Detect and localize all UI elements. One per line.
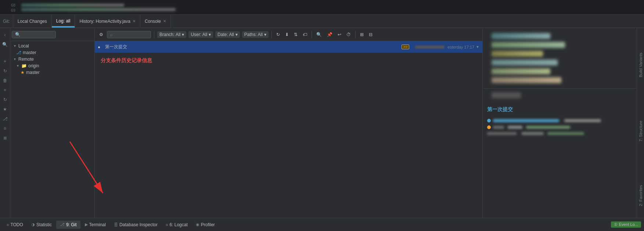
detail-top-blurred <box>483 28 637 88</box>
commit-author-1 <box>415 46 445 49</box>
grid-btn[interactable]: ⊞ <box>359 31 365 38</box>
detail-blur-3 <box>492 51 543 57</box>
delete-icon[interactable]: 🗑 <box>1 77 9 85</box>
back-button[interactable]: ‹ <box>1 31 9 39</box>
refresh-icon[interactable]: ↻ <box>1 96 9 104</box>
pin-btn[interactable]: 📌 <box>325 31 334 38</box>
annotation-text: 分支条件历史记录信息 <box>95 53 482 68</box>
undo-btn[interactable]: ↩ <box>336 31 343 38</box>
sidebar-search-input[interactable] <box>12 31 56 38</box>
divider-1 <box>154 31 154 38</box>
detail-meta-2 <box>483 124 637 131</box>
tab-log-all-label: Log: all <box>56 18 71 24</box>
todo-label: TODO <box>10 222 23 227</box>
meta-dot-2 <box>487 125 491 129</box>
commit-expand-1[interactable]: ▼ <box>476 45 479 49</box>
detail-meta-1 <box>483 117 637 124</box>
line-69: 69 <box>11 8 15 13</box>
bottom-tab-git[interactable]: ⎇ 9: Git <box>56 221 80 229</box>
z-structure-label[interactable]: 7: Structure <box>638 119 644 143</box>
commit-row-1[interactable]: ● 第一次提交 >> esterday 17:17 ▼ <box>95 41 482 53</box>
list-icon[interactable]: ≡ <box>1 124 9 132</box>
tag-btn[interactable]: 🏷 <box>301 31 309 38</box>
bottom-tab-todo[interactable]: ≡ TODO <box>3 221 27 229</box>
bottom-bar: ≡ TODO ◑ Statistic ⎇ 9: Git ▶ Terminal 🗄… <box>0 218 644 231</box>
refresh-btn[interactable]: ↻ <box>275 31 281 38</box>
master-local-branch-icon: ⎇ <box>16 50 21 55</box>
database-label: Database Inspector <box>119 222 158 227</box>
code-line-1 <box>21 4 124 7</box>
bottom-tab-statistic[interactable]: ◑ Statistic <box>28 221 55 229</box>
branch-filter-arrow: ▾ <box>182 32 184 37</box>
date-filter[interactable]: Date: All ▾ <box>215 31 240 38</box>
tab-console-close[interactable]: ✕ <box>163 19 166 23</box>
bottom-tab-profiler[interactable]: ◉ Profiler <box>192 221 219 229</box>
add2-icon[interactable]: + <box>1 86 9 94</box>
list2-icon[interactable]: ≣ <box>1 134 9 142</box>
meta-blur-3b <box>522 132 544 135</box>
right-side-labels: Build Variants 7: Structure 2: Favorites <box>637 28 644 231</box>
bottom-tab-logcat[interactable]: ≡ 6: Logcat <box>162 221 191 229</box>
content-row: ‹ 🔍 + ↻ 🗑 + ↻ ★ ⎇ ≡ ≣ ▼ Local <box>0 28 644 231</box>
meta-dot-1 <box>487 119 491 122</box>
tree-master-local[interactable]: ⎇ master <box>10 49 94 56</box>
search-btn[interactable]: 🔍 <box>315 31 323 38</box>
user-filter-label: User: All <box>191 32 207 37</box>
editor-top: 68 69 <box>0 0 644 15</box>
detail-blur-4 <box>492 60 558 65</box>
meta-blur-1 <box>493 119 559 122</box>
more-btn[interactable]: ⊟ <box>367 31 374 38</box>
database-icon: 🗄 <box>114 223 118 227</box>
star-icon[interactable]: ★ <box>1 105 9 113</box>
tab-local-changes-label: Local Changes <box>18 19 47 24</box>
detail-hash-blur <box>492 92 521 98</box>
branch-filter[interactable]: Branch: All ▾ <box>157 31 186 38</box>
origin-folder-icon: 📁 <box>21 63 27 68</box>
terminal-icon: ▶ <box>85 222 88 227</box>
detail-blur-2 <box>492 42 565 48</box>
divider-4 <box>355 31 356 38</box>
favorites-label[interactable]: 2: Favorites <box>638 184 644 207</box>
update-icon[interactable]: ↻ <box>1 67 9 75</box>
fetch-btn[interactable]: ⬇ <box>284 31 290 38</box>
git-label: 9: Git <box>66 222 77 227</box>
tab-history-close[interactable]: ✕ <box>133 19 136 23</box>
add-icon[interactable]: + <box>1 57 9 65</box>
event-log-label: ① Event Lo... <box>614 222 638 227</box>
branch-filter-label: Branch: All <box>159 32 180 37</box>
clock-btn[interactable]: ⏱ <box>345 31 352 38</box>
push-pull-btn[interactable]: ⇅ <box>292 31 299 38</box>
user-filter[interactable]: User: All ▾ <box>188 31 213 38</box>
bottom-tab-database[interactable]: 🗄 Database Inspector <box>110 221 161 229</box>
commit-date-1: esterday 17:17 <box>447 45 474 49</box>
tree-remote[interactable]: ▼ Remote <box>10 56 94 63</box>
tab-bar: Git: Local Changes Log: all History: Hom… <box>0 15 644 28</box>
event-log-status[interactable]: ① Event Lo... <box>611 221 641 228</box>
detail-hash-area <box>483 88 637 102</box>
settings-icon-btn[interactable]: ⚙ <box>98 31 105 38</box>
tree-master-remote[interactable]: ★ master <box>10 69 94 76</box>
tab-console-label: Console <box>145 19 161 24</box>
paths-filter[interactable]: Paths: All ▾ <box>242 31 269 38</box>
branch-icon[interactable]: ⎇ <box>1 115 9 123</box>
commit-message-1: 第一次提交 <box>105 44 402 50</box>
tab-local-changes[interactable]: Local Changes <box>13 15 52 28</box>
center-panel: ⚙ Branch: All ▾ User: All ▾ Date: All ▾ … <box>95 28 482 231</box>
tree-origin[interactable]: ▼ 📁 origin <box>10 63 94 69</box>
build-variants-label[interactable]: Build Variants <box>638 51 644 79</box>
paths-filter-arrow: ▾ <box>264 32 266 37</box>
tab-log-all[interactable]: Log: all <box>52 15 75 28</box>
search-icon[interactable]: 🔍 <box>1 40 9 49</box>
date-filter-label: Date: All <box>217 32 234 37</box>
master-local-label: master <box>23 50 91 55</box>
tab-prefix: Git: <box>0 15 13 28</box>
detail-blur-1 <box>492 33 550 39</box>
tab-history[interactable]: History: HomeActivity.java ✕ <box>75 15 140 28</box>
tree-local[interactable]: ▼ Local <box>10 43 94 49</box>
tab-console[interactable]: Console ✕ <box>140 15 171 28</box>
statistic-icon: ◑ <box>31 222 35 227</box>
bottom-tab-terminal[interactable]: ▶ Terminal <box>81 221 109 229</box>
sidebar-tree: ▼ Local ⎇ master ▼ Remote ▼ 📁 origin <box>10 41 94 231</box>
git-search-input[interactable] <box>107 31 151 38</box>
meta-blur-2b <box>508 126 522 129</box>
